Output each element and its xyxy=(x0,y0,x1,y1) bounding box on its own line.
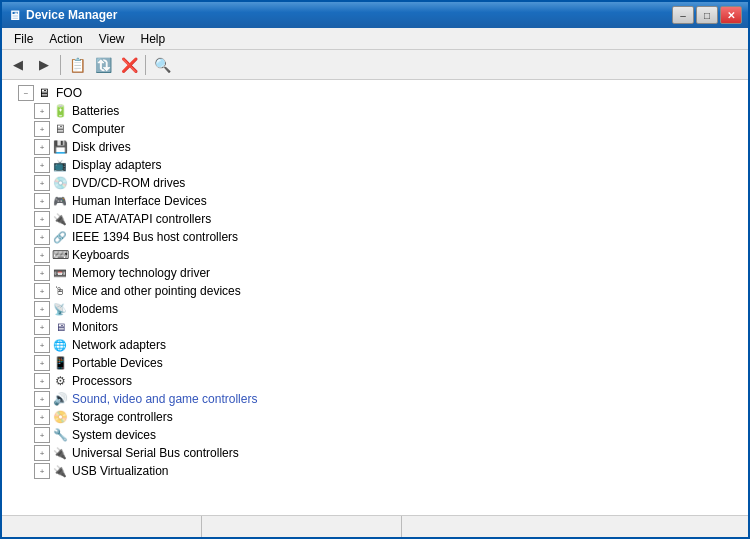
sound-icon: 🔊 xyxy=(52,391,68,407)
sound-expander[interactable]: + xyxy=(34,391,50,407)
tree-item-usb-virt[interactable]: + 🔌 USB Virtualization xyxy=(2,462,748,480)
usb-label: Universal Serial Bus controllers xyxy=(72,446,239,460)
update-driver-button[interactable]: 🔃 xyxy=(91,53,115,77)
computer-icon: 🖥 xyxy=(52,121,68,137)
keyboards-expander[interactable]: + xyxy=(34,247,50,263)
uninstall-icon: ❌ xyxy=(121,57,138,73)
modems-label: Modems xyxy=(72,302,118,316)
keyboards-label: Keyboards xyxy=(72,248,129,262)
processors-expander[interactable]: + xyxy=(34,373,50,389)
tree-item-batteries[interactable]: + 🔋 Batteries xyxy=(2,102,748,120)
dvd-label: DVD/CD-ROM drives xyxy=(72,176,185,190)
maximize-button[interactable]: □ xyxy=(696,6,718,24)
disk-expander[interactable]: + xyxy=(34,139,50,155)
monitors-expander[interactable]: + xyxy=(34,319,50,335)
processors-icon: ⚙ xyxy=(52,373,68,389)
status-section-2 xyxy=(202,516,402,537)
close-button[interactable]: ✕ xyxy=(720,6,742,24)
tree-item-memory-tech[interactable]: + 📼 Memory technology driver xyxy=(2,264,748,282)
ide-icon: 🔌 xyxy=(52,211,68,227)
mice-expander[interactable]: + xyxy=(34,283,50,299)
usb-virt-label: USB Virtualization xyxy=(72,464,169,478)
update-icon: 🔃 xyxy=(95,57,112,73)
ieee-icon: 🔗 xyxy=(52,229,68,245)
root-expander[interactable]: − xyxy=(18,85,34,101)
uninstall-button[interactable]: ❌ xyxy=(117,53,141,77)
tree-item-modems[interactable]: + 📡 Modems xyxy=(2,300,748,318)
keyboard-icon: ⌨ xyxy=(52,247,68,263)
properties-icon: 📋 xyxy=(69,57,86,73)
title-bar: 🖥 Device Manager – □ ✕ xyxy=(2,2,748,28)
tree-item-portable[interactable]: + 📱 Portable Devices xyxy=(2,354,748,372)
computer-expander[interactable]: + xyxy=(34,121,50,137)
tree-item-hid[interactable]: + 🎮 Human Interface Devices xyxy=(2,192,748,210)
ide-expander[interactable]: + xyxy=(34,211,50,227)
root-computer-icon: 🖥 xyxy=(36,85,52,101)
tree-item-usb[interactable]: + 🔌 Universal Serial Bus controllers xyxy=(2,444,748,462)
ieee-expander[interactable]: + xyxy=(34,229,50,245)
memory-tech-label: Memory technology driver xyxy=(72,266,210,280)
tree-item-monitors[interactable]: + 🖥 Monitors xyxy=(2,318,748,336)
menu-help[interactable]: Help xyxy=(133,28,174,49)
portable-expander[interactable]: + xyxy=(34,355,50,371)
hid-expander[interactable]: + xyxy=(34,193,50,209)
properties-button[interactable]: 📋 xyxy=(65,53,89,77)
menu-file[interactable]: File xyxy=(6,28,41,49)
memory-tech-icon: 📼 xyxy=(52,265,68,281)
tree-item-computer[interactable]: + 🖥 Computer xyxy=(2,120,748,138)
usb-virt-icon: 🔌 xyxy=(52,463,68,479)
modems-expander[interactable]: + xyxy=(34,301,50,317)
disk-label: Disk drives xyxy=(72,140,131,154)
tree-item-system[interactable]: + 🔧 System devices xyxy=(2,426,748,444)
menu-view[interactable]: View xyxy=(91,28,133,49)
tree-item-sound[interactable]: + 🔊 Sound, video and game controllers xyxy=(2,390,748,408)
root-label: FOO xyxy=(56,86,82,100)
portable-label: Portable Devices xyxy=(72,356,163,370)
tree-item-dvd[interactable]: + 💿 DVD/CD-ROM drives xyxy=(2,174,748,192)
disk-icon: 💾 xyxy=(52,139,68,155)
monitors-icon: 🖥 xyxy=(52,319,68,335)
dvd-icon: 💿 xyxy=(52,175,68,191)
window-title: Device Manager xyxy=(26,8,117,22)
display-expander[interactable]: + xyxy=(34,157,50,173)
tree-root[interactable]: − 🖥 FOO xyxy=(2,84,748,102)
batteries-label: Batteries xyxy=(72,104,119,118)
scan-button[interactable]: 🔍 xyxy=(150,53,174,77)
title-bar-buttons: – □ ✕ xyxy=(672,6,742,24)
network-label: Network adapters xyxy=(72,338,166,352)
monitors-label: Monitors xyxy=(72,320,118,334)
batteries-expander[interactable]: + xyxy=(34,103,50,119)
tree-item-ide[interactable]: + 🔌 IDE ATA/ATAPI controllers xyxy=(2,210,748,228)
tree-item-display[interactable]: + 📺 Display adapters xyxy=(2,156,748,174)
toolbar: ◀ ▶ 📋 🔃 ❌ 🔍 xyxy=(2,50,748,80)
tree-item-disk-drives[interactable]: + 💾 Disk drives xyxy=(2,138,748,156)
hid-label: Human Interface Devices xyxy=(72,194,207,208)
network-icon: 🌐 xyxy=(52,337,68,353)
back-button[interactable]: ◀ xyxy=(6,53,30,77)
usb-expander[interactable]: + xyxy=(34,445,50,461)
content-area: − 🖥 FOO + 🔋 Batteries + 🖥 Computer xyxy=(2,80,748,515)
tree-item-processors[interactable]: + ⚙ Processors xyxy=(2,372,748,390)
dvd-expander[interactable]: + xyxy=(34,175,50,191)
memory-tech-expander[interactable]: + xyxy=(34,265,50,281)
menu-bar: File Action View Help xyxy=(2,28,748,50)
mice-label: Mice and other pointing devices xyxy=(72,284,241,298)
network-expander[interactable]: + xyxy=(34,337,50,353)
display-label: Display adapters xyxy=(72,158,161,172)
tree-panel[interactable]: − 🖥 FOO + 🔋 Batteries + 🖥 Computer xyxy=(2,80,748,515)
portable-icon: 📱 xyxy=(52,355,68,371)
menu-action[interactable]: Action xyxy=(41,28,90,49)
computer-label: Computer xyxy=(72,122,125,136)
tree-item-keyboards[interactable]: + ⌨ Keyboards xyxy=(2,246,748,264)
display-icon: 📺 xyxy=(52,157,68,173)
tree-item-mice[interactable]: + 🖱 Mice and other pointing devices xyxy=(2,282,748,300)
forward-button[interactable]: ▶ xyxy=(32,53,56,77)
system-expander[interactable]: + xyxy=(34,427,50,443)
tree-item-network[interactable]: + 🌐 Network adapters xyxy=(2,336,748,354)
storage-expander[interactable]: + xyxy=(34,409,50,425)
tree-item-ieee[interactable]: + 🔗 IEEE 1394 Bus host controllers xyxy=(2,228,748,246)
minimize-button[interactable]: – xyxy=(672,6,694,24)
tree-item-storage[interactable]: + 📀 Storage controllers xyxy=(2,408,748,426)
toolbar-separator-1 xyxy=(60,55,61,75)
usb-virt-expander[interactable]: + xyxy=(34,463,50,479)
